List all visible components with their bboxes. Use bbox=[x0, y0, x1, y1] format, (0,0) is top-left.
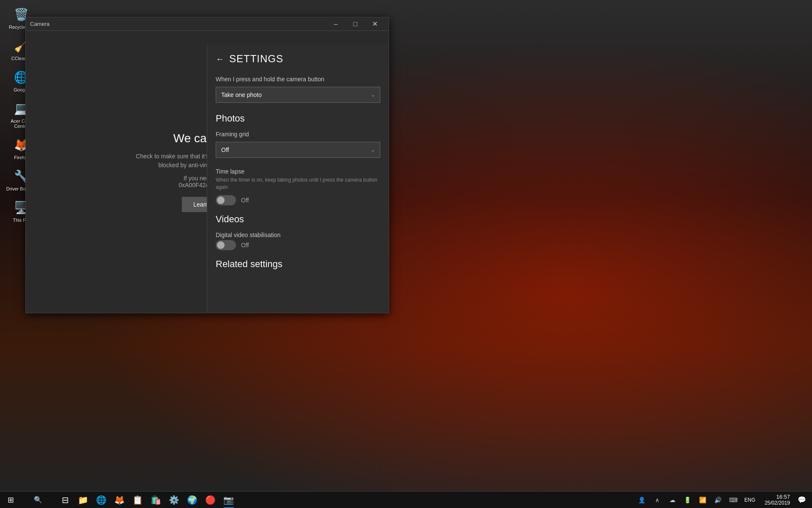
taskbar-language: ENG bbox=[742, 497, 758, 503]
time-lapse-setting: Time lapse When the timer is on, keep ta… bbox=[216, 168, 380, 205]
back-arrow-icon[interactable]: ← bbox=[216, 54, 224, 64]
taskbar-wifi-icon[interactable]: 📶 bbox=[696, 491, 710, 508]
taskbar-notification-icon[interactable]: 💬 bbox=[795, 491, 809, 508]
taskbar-ie[interactable]: 🌍 bbox=[184, 491, 201, 508]
taskbar-time: 16:57 bbox=[776, 494, 790, 500]
desktop: 🗑️ Recycle Bin 🧹 CCleaner 🌐 Google 💻 Ace… bbox=[0, 0, 812, 491]
window-title: Camera bbox=[30, 21, 326, 27]
window-controls: – □ ✕ bbox=[326, 17, 384, 31]
settings-title: SETTINGS bbox=[229, 53, 283, 65]
taskbar-firefox[interactable]: 🦊 bbox=[111, 491, 128, 508]
settings-panel: ← SETTINGS When I press and hold the cam… bbox=[207, 44, 389, 313]
taskbar-search-icon[interactable]: 🔍 bbox=[21, 491, 55, 508]
taskbar-app-red[interactable]: 🔴 bbox=[202, 491, 219, 508]
taskbar-keyboard-icon[interactable]: ⌨ bbox=[727, 491, 740, 508]
time-lapse-description: When the timer is on, keep taking photos… bbox=[216, 177, 380, 191]
framing-grid-dropdown-wrapper: Off Rule of thirds Grid Cross ⌄ bbox=[216, 142, 380, 158]
camera-button-dropdown-wrapper: Take one photo Take a video Do nothing ⌄ bbox=[216, 87, 380, 103]
time-lapse-toggle-knob bbox=[217, 196, 225, 204]
taskbar-onedrive-icon[interactable]: ☁ bbox=[666, 491, 679, 508]
minimize-button[interactable]: – bbox=[326, 17, 346, 31]
camera-button-setting-label: When I press and hold the camera button bbox=[216, 76, 380, 83]
taskbar-store[interactable]: 🛍️ bbox=[147, 491, 165, 508]
settings-body: When I press and hold the camera button … bbox=[207, 72, 389, 285]
video-stabilisation-toggle[interactable] bbox=[216, 240, 236, 250]
time-lapse-label: Time lapse bbox=[216, 168, 380, 175]
video-stabilisation-label: Digital video stabilisation bbox=[216, 232, 380, 238]
photos-section-title: Photos bbox=[216, 113, 380, 124]
video-stabilisation-state: Off bbox=[241, 242, 249, 248]
taskbar: ⊞ 🔍 ⊟ 📁 🌐 🦊 📋 🛍️ ⚙️ 🌍 🔴 📷 👤 ∧ ☁ 🔋 📶 🔊 ⌨ … bbox=[0, 491, 812, 508]
video-stabilisation-toggle-knob bbox=[217, 241, 225, 249]
start-button[interactable]: ⊞ bbox=[0, 491, 21, 508]
video-stabilisation-toggle-row: Off bbox=[216, 240, 380, 250]
taskbar-items: ⊟ 📁 🌐 🦊 📋 🛍️ ⚙️ 🌍 🔴 📷 bbox=[55, 491, 635, 508]
video-stabilisation-setting: Digital video stabilisation Off bbox=[216, 232, 380, 250]
related-settings-title: Related settings bbox=[216, 259, 380, 270]
taskbar-settings[interactable]: ⚙️ bbox=[165, 491, 183, 508]
camera-window: Camera – □ ✕ We can't find Check to make… bbox=[25, 17, 389, 313]
camera-button-dropdown[interactable]: Take one photo Take a video Do nothing bbox=[216, 87, 380, 103]
time-lapse-toggle[interactable] bbox=[216, 195, 236, 205]
taskbar-task-view[interactable]: ⊟ bbox=[57, 491, 74, 508]
videos-section-title: Videos bbox=[216, 214, 380, 225]
taskbar-file-explorer[interactable]: 📁 bbox=[74, 491, 92, 508]
taskbar-battery-icon[interactable]: 🔋 bbox=[681, 491, 694, 508]
time-lapse-toggle-row: Off bbox=[216, 195, 380, 205]
taskbar-date: 25/02/2019 bbox=[765, 500, 790, 506]
taskbar-edge[interactable]: 🌐 bbox=[93, 491, 110, 508]
taskbar-clipboard[interactable]: 📋 bbox=[129, 491, 146, 508]
maximize-button[interactable]: □ bbox=[346, 17, 365, 31]
taskbar-right: 👤 ∧ ☁ 🔋 📶 🔊 ⌨ ENG 16:57 25/02/2019 💬 bbox=[635, 491, 812, 508]
camera-content: We can't find Check to make sure that it… bbox=[26, 31, 389, 313]
taskbar-people-icon[interactable]: 👤 bbox=[635, 491, 649, 508]
framing-grid-dropdown[interactable]: Off Rule of thirds Grid Cross bbox=[216, 142, 380, 158]
taskbar-clock[interactable]: 16:57 25/02/2019 bbox=[760, 491, 793, 508]
taskbar-chevron-icon[interactable]: ∧ bbox=[650, 491, 664, 508]
close-button[interactable]: ✕ bbox=[365, 17, 384, 31]
settings-header: ← SETTINGS bbox=[207, 44, 389, 72]
framing-grid-label: Framing grid bbox=[216, 131, 380, 138]
time-lapse-state: Off bbox=[241, 197, 249, 204]
taskbar-camera[interactable]: 📷 bbox=[220, 491, 237, 508]
window-titlebar: Camera – □ ✕ bbox=[26, 17, 389, 31]
taskbar-volume-icon[interactable]: 🔊 bbox=[711, 491, 725, 508]
